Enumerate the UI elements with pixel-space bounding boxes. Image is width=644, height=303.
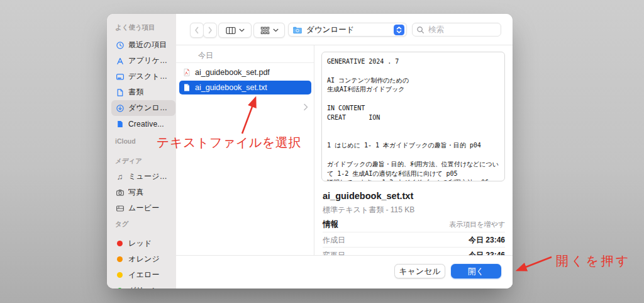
view-mode-button[interactable] bbox=[218, 23, 252, 38]
chevron-right-icon bbox=[207, 26, 213, 35]
sidebar-item-music[interactable]: ♫ ミュージ… bbox=[111, 169, 175, 185]
file-row-pdf[interactable]: ai_guidebook_set.pdf bbox=[179, 66, 311, 79]
sidebar-item-label: ミュージ… bbox=[128, 171, 167, 182]
desktop-icon bbox=[115, 72, 125, 81]
file-open-dialog: よく使う項目 最近の項目 アプリケ… デスクト… 書類 ダウンロ… Creati… bbox=[107, 14, 513, 289]
back-button[interactable] bbox=[190, 23, 204, 38]
group-by-button[interactable] bbox=[253, 23, 285, 38]
pdf-file-icon bbox=[182, 68, 191, 77]
location-label: ダウンロード bbox=[306, 25, 390, 35]
red-tag-icon bbox=[117, 241, 123, 246]
sidebar-item-recents[interactable]: 最近の項目 bbox=[111, 37, 175, 53]
cancel-button[interactable]: キャンセル bbox=[394, 264, 445, 278]
group-view-icon bbox=[260, 26, 270, 35]
modified-date-row: 変更日 今日 23:46 bbox=[323, 250, 505, 255]
search-icon bbox=[416, 26, 425, 34]
divider bbox=[323, 232, 505, 232]
sidebar-item-label: イエロー bbox=[128, 270, 160, 280]
search-input[interactable] bbox=[427, 25, 497, 35]
divider bbox=[323, 247, 505, 248]
toolbar: ダウンロード bbox=[176, 14, 513, 45]
sidebar-section-media: メディア bbox=[115, 157, 176, 165]
yellow-tag-icon bbox=[117, 272, 123, 278]
file-row-txt-selected[interactable]: ai_guidebook_set.txt bbox=[179, 81, 311, 94]
annotation-press-open: 開くを押す bbox=[556, 253, 631, 270]
meta-value: 今日 23:46 bbox=[469, 235, 505, 246]
sidebar-item-label: レッド bbox=[128, 238, 152, 249]
sidebar-item-tag-orange[interactable]: オレンジ bbox=[111, 251, 175, 267]
preview-file-name: ai_guidebook_set.txt bbox=[323, 191, 413, 201]
meta-label: 変更日 bbox=[323, 250, 345, 256]
sidebar-item-label: デスクト… bbox=[128, 71, 167, 82]
forward-button[interactable] bbox=[203, 23, 217, 38]
film-icon bbox=[115, 203, 125, 213]
sidebar-item-label: 書類 bbox=[128, 87, 143, 98]
file-icon bbox=[115, 119, 125, 129]
sidebar-item-desktop[interactable]: デスクト… bbox=[111, 69, 175, 84]
sidebar-item-photos[interactable]: 写真 bbox=[111, 185, 175, 200]
sidebar-item-label: オレンジ bbox=[128, 254, 160, 265]
downloads-folder-icon bbox=[292, 26, 303, 34]
sidebar-item-label: ダウンロ… bbox=[128, 103, 167, 113]
sidebar-item-label: ムービー bbox=[128, 203, 159, 214]
chevron-down-icon bbox=[239, 28, 245, 32]
sidebar-item-label: 最近の項目 bbox=[128, 40, 167, 50]
clock-icon bbox=[115, 40, 125, 50]
orange-tag-icon bbox=[117, 256, 123, 262]
created-date-row: 作成日 今日 23:46 bbox=[323, 235, 505, 245]
dialog-footer: キャンセル 開く bbox=[176, 255, 513, 289]
group-header: 今日 bbox=[198, 50, 213, 61]
search-field[interactable] bbox=[412, 23, 501, 37]
sidebar-item-applications[interactable]: アプリケ… bbox=[111, 53, 175, 69]
sidebar-item-label: Creative... bbox=[128, 120, 164, 129]
sidebar-item-tag-yellow[interactable]: イエロー bbox=[111, 267, 175, 283]
up-down-stepper-icon[interactable] bbox=[394, 25, 404, 35]
sidebar-section-tags: タグ bbox=[115, 220, 176, 228]
sidebar-item-label: アプリケ… bbox=[128, 55, 167, 66]
music-icon: ♫ bbox=[115, 172, 125, 181]
meta-label: 作成日 bbox=[323, 235, 345, 246]
meta-value: 今日 23:46 bbox=[469, 250, 505, 256]
sidebar-section-favorites: よく使う項目 bbox=[115, 23, 176, 31]
sidebar-item-downloads[interactable]: ダウンロ… bbox=[111, 100, 175, 116]
sidebar-item-creative[interactable]: Creative... bbox=[111, 116, 175, 132]
applications-icon bbox=[115, 56, 125, 66]
sidebar-item-label: グリーン bbox=[128, 285, 160, 289]
columns-view-icon bbox=[226, 26, 236, 35]
file-name: ai_guidebook_set.pdf bbox=[195, 68, 270, 77]
sidebar-item-documents[interactable]: 書類 bbox=[111, 84, 175, 100]
text-file-icon bbox=[182, 83, 191, 92]
sidebar-item-tag-red[interactable]: レッド bbox=[111, 236, 175, 251]
download-icon bbox=[115, 103, 125, 113]
preview-file-kind: 標準テキスト書類 - 115 KB bbox=[323, 205, 414, 215]
group-separator bbox=[176, 62, 314, 63]
disclosure-chevron-icon[interactable] bbox=[303, 103, 308, 111]
show-more-link[interactable]: 表示項目を増やす bbox=[449, 220, 505, 229]
info-heading: 情報 bbox=[323, 219, 338, 230]
annotation-select-file: テキストファイルを選択 bbox=[157, 134, 301, 151]
preview-pane: GENERATIVE 2024 . 7 AI コンテンツ制作のための 生成AI利… bbox=[314, 45, 513, 255]
sidebar-item-movies[interactable]: ムービー bbox=[111, 200, 175, 216]
press-open-arrow bbox=[518, 257, 552, 270]
location-popup[interactable]: ダウンロード bbox=[288, 23, 407, 37]
dialog-main: ダウンロード 今日 ai_guidebook_set.pdf ai_guide bbox=[176, 14, 513, 289]
document-icon bbox=[115, 88, 125, 97]
text-preview-box: GENERATIVE 2024 . 7 AI コンテンツ制作のための 生成AI利… bbox=[321, 52, 505, 181]
camera-icon bbox=[115, 188, 125, 197]
sidebar-item-tag-green[interactable]: グリーン bbox=[111, 283, 175, 289]
preview-text: GENERATIVE 2024 . 7 AI コンテンツ制作のための 生成AI利… bbox=[327, 57, 499, 181]
open-button[interactable]: 開く bbox=[451, 264, 501, 278]
chevron-left-icon bbox=[194, 26, 200, 35]
sidebar-item-label: 写真 bbox=[128, 187, 143, 198]
sidebar: よく使う項目 最近の項目 アプリケ… デスクト… 書類 ダウンロ… Creati… bbox=[107, 14, 176, 289]
green-tag-icon bbox=[117, 288, 123, 289]
chevron-down-icon bbox=[273, 28, 279, 32]
file-name: ai_guidebook_set.txt bbox=[195, 83, 267, 92]
